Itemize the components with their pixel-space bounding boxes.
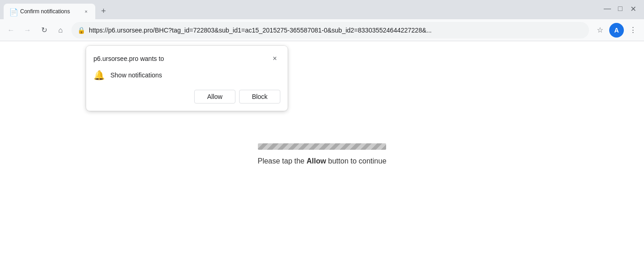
address-bar[interactable]: 🔒 https://p6.ursorsee.pro/BHC?tag_id=722… (71, 22, 589, 38)
close-window-button[interactable]: ✕ (629, 5, 637, 12)
browser-window: 📄 Confirm notifications × + — □ ✕ ← → ↻ … (0, 0, 644, 267)
instruction-bold: Allow (306, 157, 326, 165)
popup-close-button[interactable]: × (269, 53, 280, 64)
maximize-button[interactable]: □ (617, 5, 624, 12)
tab-favicon-icon: 📄 (9, 8, 16, 15)
allow-button[interactable]: Allow (194, 90, 235, 104)
title-bar: 📄 Confirm notifications × + — □ ✕ (0, 0, 644, 19)
active-tab[interactable]: 📄 Confirm notifications × (4, 4, 95, 19)
new-tab-button[interactable]: + (97, 5, 110, 17)
window-controls: — □ ✕ (604, 5, 640, 14)
instruction-prefix: Please tap the (257, 157, 306, 165)
tab-title: Confirm notifications (20, 8, 79, 15)
url-text: https://p6.ursorsee.pro/BHC?tag_id=72280… (89, 27, 583, 34)
bell-icon: 🔔 (93, 70, 105, 81)
popup-title: p6.ursorsee.pro wants to (93, 55, 164, 62)
forward-button[interactable]: → (20, 23, 35, 38)
notification-description: Show notifications (110, 71, 162, 79)
home-button[interactable]: ⌂ (53, 23, 68, 38)
bookmark-button[interactable]: ☆ (593, 23, 607, 38)
progress-bar (258, 143, 386, 150)
block-button[interactable]: Block (239, 90, 280, 104)
lock-icon: 🔒 (77, 27, 85, 34)
popup-header: p6.ursorsee.pro wants to × (93, 53, 280, 64)
instruction-suffix: button to continue (326, 157, 387, 165)
tab-close-button[interactable]: × (82, 8, 90, 15)
popup-actions: Allow Block (93, 90, 280, 104)
profile-button[interactable]: A (609, 23, 624, 38)
notification-item: 🔔 Show notifications (93, 70, 280, 81)
page-instruction: Please tap the Allow button to continue (257, 157, 386, 165)
browser-menu-button[interactable]: ⋮ (626, 23, 640, 38)
notification-popup: p6.ursorsee.pro wants to × 🔔 Show notifi… (86, 46, 288, 111)
back-button[interactable]: ← (4, 23, 18, 38)
tab-strip: 📄 Confirm notifications × + (4, 0, 604, 19)
toolbar: ← → ↻ ⌂ 🔒 https://p6.ursorsee.pro/BHC?ta… (0, 19, 644, 41)
minimize-button[interactable]: — (604, 5, 611, 12)
reload-button[interactable]: ↻ (37, 23, 51, 38)
page-content: p6.ursorsee.pro wants to × 🔔 Show notifi… (0, 41, 644, 267)
